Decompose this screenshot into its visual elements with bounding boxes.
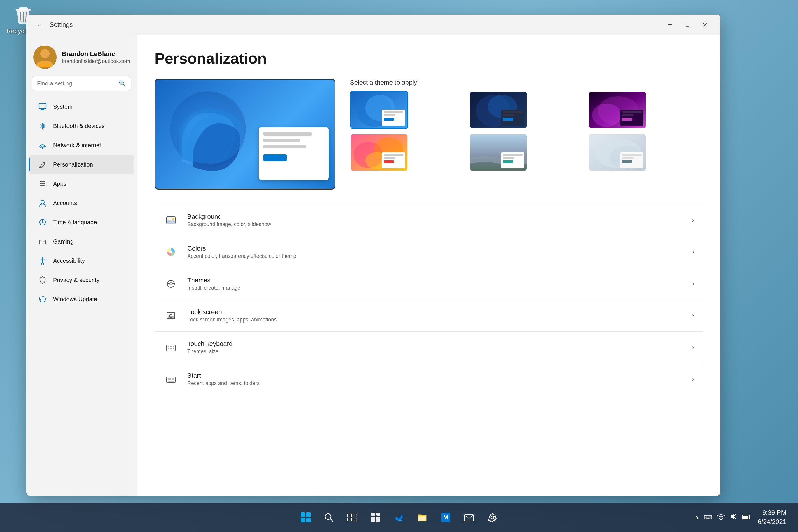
theme-card-4[interactable]	[350, 134, 408, 171]
nav-item-network[interactable]: Network & internet	[29, 136, 134, 155]
settings-item-keyboard[interactable]: Touch keyboard Themes, size ›	[155, 331, 703, 363]
colors-icon	[163, 244, 178, 260]
svg-point-25	[44, 242, 45, 242]
svg-rect-81	[306, 518, 311, 522]
lockscreen-icon	[163, 308, 178, 323]
theme-select-label: Select a theme to apply	[350, 79, 703, 86]
svg-rect-70	[168, 348, 169, 349]
search-input[interactable]	[37, 80, 115, 87]
svg-rect-15	[40, 182, 45, 182]
start-title: Start	[187, 372, 683, 379]
theme-card-5[interactable]	[469, 134, 528, 171]
settings-item-colors[interactable]: Colors Accent color, transparency effect…	[155, 236, 703, 268]
settings-item-themes[interactable]: Themes Install, create, manage ›	[155, 268, 703, 300]
nav-item-gaming[interactable]: Gaming	[29, 232, 134, 251]
keyboard-arrow: ›	[692, 344, 694, 351]
nav-item-bluetooth[interactable]: Bluetooth & devices	[29, 117, 134, 135]
svg-rect-84	[348, 514, 352, 517]
background-desc: Background image, color, slideshow	[187, 221, 683, 228]
theme-card-6[interactable]	[588, 134, 647, 171]
network-icon	[37, 140, 48, 151]
nav-item-privacy[interactable]: Privacy & security	[29, 271, 134, 289]
back-button[interactable]: ←	[33, 18, 46, 31]
minimize-button[interactable]: ─	[662, 18, 679, 31]
chevron-up-icon[interactable]: ∧	[695, 514, 699, 521]
maximize-button[interactable]: □	[679, 18, 696, 31]
colors-text: Colors Accent color, transparency effect…	[187, 245, 683, 259]
svg-line-21	[43, 222, 44, 223]
store-button[interactable]: M	[437, 509, 454, 526]
svg-point-41	[592, 103, 621, 127]
start-arrow: ›	[692, 375, 694, 383]
battery-icon[interactable]	[742, 513, 751, 521]
background-title: Background	[187, 213, 683, 221]
svg-point-55	[169, 250, 172, 253]
nav-item-personalization[interactable]: Personalization	[29, 155, 134, 174]
svg-rect-100	[749, 516, 750, 518]
nav-item-apps[interactable]: Apps	[29, 174, 134, 193]
themes-text: Themes Install, create, manage	[187, 277, 683, 291]
settings-window: ← Settings ─ □ ✕	[26, 15, 720, 496]
theme-card-3[interactable]	[588, 91, 647, 129]
lockscreen-title: Lock screen	[187, 308, 683, 316]
start-settings-icon	[163, 372, 178, 387]
svg-rect-17	[40, 185, 45, 186]
svg-rect-86	[348, 518, 352, 521]
close-button[interactable]: ✕	[697, 18, 714, 31]
window-controls: ─ □ ✕	[662, 18, 714, 31]
theme-card-1[interactable]	[350, 91, 408, 129]
nav-item-update[interactable]: Windows Update	[29, 290, 134, 309]
search-box[interactable]: 🔍	[32, 76, 131, 91]
svg-rect-77	[168, 381, 174, 381]
svg-rect-87	[353, 518, 357, 521]
search-icon: 🔍	[119, 80, 126, 87]
svg-text:M: M	[443, 514, 448, 520]
themes-desc: Install, create, manage	[187, 285, 683, 291]
settings-item-lockscreen[interactable]: Lock screen Lock screen images, apps, an…	[155, 300, 703, 331]
colors-title: Colors	[187, 245, 683, 252]
edge-button[interactable]	[390, 509, 408, 526]
settings-item-background[interactable]: Background Background image, color, slid…	[155, 205, 703, 236]
mail-button[interactable]	[460, 509, 478, 526]
svg-rect-91	[376, 517, 380, 522]
svg-rect-92	[418, 516, 426, 521]
user-profile[interactable]: Brandon LeBlanc brandoninsider@outlook.c…	[26, 41, 137, 76]
nav-item-system[interactable]: System	[29, 97, 134, 116]
gaming-icon	[37, 236, 48, 247]
themes-arrow: ›	[692, 280, 694, 288]
settings-taskbar-button[interactable]	[483, 509, 501, 526]
svg-point-97	[720, 519, 722, 520]
theme-card-2[interactable]	[469, 91, 528, 129]
nav-item-accessibility[interactable]: Accessibility	[29, 251, 134, 270]
svg-rect-72	[173, 348, 174, 349]
nav-item-accounts[interactable]: Accounts	[29, 194, 134, 212]
widgets-button[interactable]	[367, 509, 384, 526]
taskbar-right: ∧ ⌨	[695, 508, 786, 527]
bluetooth-icon	[37, 121, 48, 131]
volume-icon[interactable]	[730, 513, 737, 521]
svg-rect-89	[376, 513, 380, 516]
search-container: 🔍	[26, 76, 137, 97]
background-icon	[163, 213, 178, 228]
search-taskbar-button[interactable]	[320, 509, 338, 526]
content-area: Brandon LeBlanc brandoninsider@outlook.c…	[26, 35, 720, 496]
files-button[interactable]	[414, 509, 431, 526]
colors-desc: Accent color, transparency effects, colo…	[187, 253, 683, 259]
svg-rect-80	[301, 518, 305, 522]
start-desc: Recent apps and items, folders	[187, 380, 683, 386]
background-text: Background Background image, color, slid…	[187, 213, 683, 228]
svg-point-6	[40, 49, 50, 58]
taskbar-center: M	[297, 509, 501, 526]
taskview-button[interactable]	[344, 509, 361, 526]
themes-icon	[163, 276, 178, 291]
personalization-icon	[37, 159, 48, 170]
settings-item-start[interactable]: Start Recent apps and items, folders ›	[155, 363, 703, 395]
svg-rect-99	[743, 516, 748, 518]
clock[interactable]: 9:39 PM 6/24/2021	[758, 508, 786, 527]
apps-icon	[37, 178, 48, 189]
wifi-icon[interactable]	[717, 513, 725, 521]
user-email: brandoninsider@outlook.com	[62, 58, 130, 64]
svg-rect-16	[40, 184, 45, 184]
start-button[interactable]	[297, 509, 315, 526]
nav-item-time[interactable]: Time & language	[29, 213, 134, 232]
